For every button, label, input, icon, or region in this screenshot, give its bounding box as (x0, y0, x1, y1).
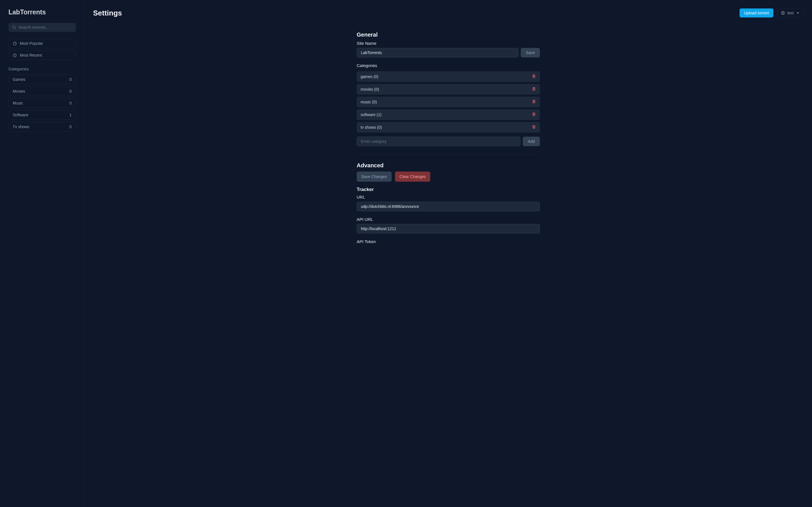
category-list: Games 0 Movies 0 Music 0 Software 1 Tv s… (8, 75, 76, 131)
user-icon (781, 11, 785, 15)
sidebar-category-item[interactable]: Software 1 (8, 110, 76, 120)
sidebar-category-item[interactable]: Tv shows 0 (8, 122, 76, 131)
delete-category-button[interactable] (532, 125, 536, 130)
category-count: 0 (69, 101, 71, 105)
category-count: 0 (69, 124, 71, 129)
category-count: 1 (69, 113, 71, 117)
trash-icon (532, 112, 536, 116)
category-name: software (1) (361, 112, 382, 117)
main: Settings Upload torrent test General Sit… (85, 0, 812, 507)
site-name-label: Site Name (357, 41, 540, 46)
category-row: music (0) (357, 97, 540, 107)
add-category-button[interactable]: Add (523, 136, 540, 146)
nav-item-label: Most Popular (20, 41, 43, 46)
svg-point-0 (13, 26, 15, 29)
svg-point-5 (783, 12, 784, 13)
search-wrap (8, 23, 76, 32)
category-row: software (1) (357, 109, 540, 120)
trash-icon (532, 74, 536, 78)
delete-category-button[interactable] (532, 87, 536, 92)
tracker-title: Tracker (357, 187, 540, 192)
trash-icon (532, 125, 536, 129)
upload-torrent-button[interactable]: Upload torrent (740, 8, 774, 17)
api-url-input[interactable] (357, 224, 540, 233)
brand-title[interactable]: LabTorrents (8, 8, 76, 16)
category-count: 0 (69, 89, 71, 94)
delete-category-button[interactable] (532, 112, 536, 117)
categories-label: Categories (357, 63, 540, 68)
user-menu[interactable]: test (777, 8, 804, 17)
chevron-down-icon (796, 11, 800, 15)
category-name: games (0) (361, 74, 378, 79)
category-name: music (0) (361, 100, 377, 104)
nav-most-recent[interactable]: Most Recent (8, 50, 76, 60)
category-name: movies (0) (361, 87, 379, 92)
clear-changes-button[interactable]: Clear Changes (395, 172, 430, 182)
category-label: Tv shows (13, 124, 29, 129)
category-count: 0 (69, 77, 71, 82)
topbar-actions: Upload torrent test (740, 8, 804, 17)
nav-item-label: Most Recent (20, 53, 42, 57)
category-label: Games (13, 77, 26, 82)
sidebar-category-item[interactable]: Music 0 (8, 98, 76, 108)
category-label: Movies (13, 89, 25, 94)
search-input[interactable] (8, 23, 76, 32)
category-row: games (0) (357, 71, 540, 82)
divider (357, 154, 540, 154)
sidebar-categories: Categories Games 0 Movies 0 Music 0 Soft… (8, 67, 76, 131)
trash-icon (532, 87, 536, 91)
gauge-icon (13, 41, 17, 46)
api-token-label: API Token (357, 239, 540, 244)
categories-heading: Categories (8, 67, 76, 71)
general-title: General (357, 32, 540, 38)
url-label: URL (357, 194, 540, 200)
api-url-field: API URL (357, 217, 540, 233)
sidebar-category-item[interactable]: Movies 0 (8, 87, 76, 96)
category-label: Software (13, 113, 28, 117)
categories-section: Categories games (0) movies (0) music (0… (357, 63, 540, 146)
settings-body: General Site Name Save Categories games … (357, 32, 540, 244)
topbar: Settings Upload torrent test (93, 8, 804, 17)
category-row: movies (0) (357, 84, 540, 95)
svg-line-1 (15, 28, 16, 29)
delete-category-button[interactable] (532, 100, 536, 105)
clock-icon (13, 53, 17, 57)
sidebar-category-item[interactable]: Games 0 (8, 75, 76, 84)
api-token-field: API Token (357, 239, 540, 244)
trash-icon (532, 100, 536, 104)
advanced-title: Advanced (357, 162, 540, 169)
site-name-input[interactable] (357, 48, 518, 57)
category-row: tv shows (0) (357, 122, 540, 133)
page-title: Settings (93, 9, 122, 17)
search-icon (12, 25, 16, 30)
api-url-label: API URL (357, 217, 540, 222)
tracker-url-input[interactable] (357, 202, 540, 211)
save-button[interactable]: Save (521, 48, 540, 57)
site-name-field: Site Name Save (357, 41, 540, 57)
tracker-url-field: URL (357, 194, 540, 211)
nav-most-popular[interactable]: Most Popular (8, 39, 76, 48)
add-category-input[interactable] (357, 136, 520, 146)
save-changes-button[interactable]: Save Changes (357, 172, 392, 182)
sidebar: LabTorrents Most Popular Most Recent Cat… (0, 0, 85, 507)
category-label: Music (13, 101, 23, 105)
delete-category-button[interactable] (532, 74, 536, 79)
user-name: test (787, 11, 794, 15)
category-name: tv shows (0) (361, 125, 382, 129)
nav-group: Most Popular Most Recent (8, 39, 76, 60)
advanced-actions: Save Changes Clear Changes (357, 172, 540, 182)
